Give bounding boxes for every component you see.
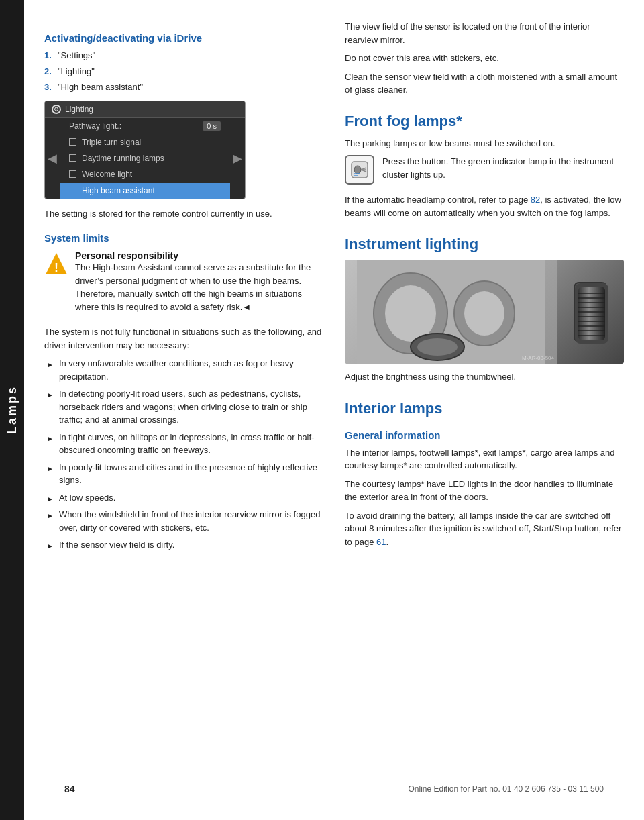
sensor-text2: Do not cover this area with stickers, et… [345, 52, 624, 65]
list-item: ► If the sensor view field is dirty. [44, 538, 323, 552]
system-limits-heading: System limits [44, 232, 323, 244]
two-column-layout: Activating/deactivating via iDrive 1. "S… [44, 20, 624, 778]
idrive-title-bar: ⚙ Lighting [45, 101, 245, 118]
general-info-heading: General information [345, 429, 624, 441]
general-info-text1: The interior lamps, footwell lamps*, exi… [345, 446, 624, 472]
idrive-title: Lighting [65, 105, 93, 114]
idrive-inner: ◀ Pathway light.: 0 s Triple turn signal [45, 118, 245, 199]
steps-list: 1. "Settings" 2. "Lighting" 3. "High bea… [44, 49, 323, 94]
instrument-image: M-AR-08-504 [345, 260, 624, 364]
general-info-text3: To avoid draining the battery, all lamps… [345, 509, 624, 549]
list-item: ► When the windshield in front of the in… [44, 508, 323, 534]
main-content: Activating/deactivating via iDrive 1. "S… [24, 0, 644, 820]
front-fog-press-text: Press the button. The green indicator la… [382, 155, 624, 181]
svg-text:!: ! [54, 261, 58, 274]
front-fog-text2: If the automatic headlamp control, refer… [345, 193, 624, 219]
instrument-left: M-AR-08-504 [345, 260, 557, 364]
checkbox-highbeam [69, 187, 76, 194]
bullet-arrow: ► [47, 494, 54, 505]
svg-point-3 [354, 166, 361, 174]
idrive-item-highbeam: High beam assistant [60, 183, 230, 199]
page-number: 84 [64, 784, 75, 795]
bullet-arrow: ► [47, 433, 54, 457]
sidebar-tab: Lamps [0, 0, 24, 820]
svg-point-15 [417, 338, 458, 356]
checkbox-triple [69, 138, 76, 146]
list-item: ► In tight curves, on hilltops or in dep… [44, 431, 323, 457]
warning-text: The High-beam Assistant cannot serve as … [75, 261, 323, 313]
idrive-item-triple: Triple turn signal [60, 134, 230, 150]
svg-point-13 [464, 291, 504, 336]
idrive-item-pathway: Pathway light.: 0 s [60, 118, 230, 134]
idrive-item-welcome: Welcome light [60, 166, 230, 183]
settings-icon: ⚙ [52, 105, 61, 114]
list-item: 3. "High beam assistant" [44, 81, 323, 94]
general-info-text2: The courtesy lamps* have LED lights in t… [345, 478, 624, 504]
checkbox-daytime [69, 154, 76, 162]
instrument-img-inner: M-AR-08-504 [345, 260, 624, 364]
right-column: The view field of the sensor is located … [345, 20, 624, 778]
bullet-arrow: ► [47, 360, 54, 383]
idrive-item-daytime: Daytime running lamps [60, 150, 230, 166]
bullet-arrow: ► [47, 464, 54, 487]
list-item: ► In poorly-lit towns and cities and in … [44, 461, 323, 487]
warning-heading: Personal responsibility [75, 250, 178, 261]
page-footer: 84 Online Edition for Part no. 01 40 2 6… [44, 778, 624, 800]
instrument-right [557, 260, 624, 364]
bullet-arrow: ► [47, 541, 54, 552]
idrive-right-arrow[interactable]: ▶ [230, 118, 245, 199]
svg-rect-17 [578, 287, 605, 340]
fog-icon-wrap: Press the button. The green indicator la… [345, 155, 624, 187]
idrive-content: Pathway light.: 0 s Triple turn signal [60, 118, 230, 199]
checkbox-welcome [69, 170, 76, 178]
bullet-arrow: ► [47, 511, 54, 534]
warning-box: ! Personal responsibility The High-beam … [44, 250, 323, 319]
list-item: 1. "Settings" [44, 49, 323, 62]
left-column: Activating/deactivating via iDrive 1. "S… [44, 20, 323, 778]
instrument-heading: Instrument lighting [345, 236, 624, 253]
stored-setting-text: The setting is stored for the remote con… [44, 207, 323, 221]
instrument-text: Adjust the brightness using the thumbwhe… [345, 370, 624, 384]
interior-heading: Interior lamps [345, 400, 624, 417]
system-text1: The system is not fully functional in si… [44, 325, 323, 352]
page-ref-61[interactable]: 61 [376, 537, 386, 547]
sensor-text3: Clean the sensor view field with a cloth… [345, 70, 624, 97]
idrive-screenshot: ⚙ Lighting ◀ Pathway light.: 0 s [44, 101, 246, 199]
front-fog-text1: The parking lamps or low beams must be s… [345, 137, 624, 150]
list-item: ► In very unfavorable weather conditions… [44, 357, 323, 383]
activating-heading: Activating/deactivating via iDrive [44, 32, 323, 44]
sidebar-label: Lamps [5, 385, 19, 434]
bullet-arrow: ► [47, 390, 54, 427]
thumbwheel [574, 282, 607, 342]
list-item: ► In detecting poorly-lit road users, su… [44, 387, 323, 427]
idrive-left-arrow[interactable]: ◀ [45, 118, 60, 199]
list-item: ► At low speeds. [44, 491, 323, 505]
warning-triangle-icon: ! [44, 252, 68, 276]
warning-content: Personal responsibility The High-beam As… [75, 250, 323, 319]
sensor-text1: The view field of the sensor is located … [345, 20, 624, 46]
edition-text: Online Edition for Part no. 01 40 2 606 … [408, 784, 604, 794]
fog-button-icon [345, 155, 374, 185]
bullet-list: ► In very unfavorable weather conditions… [44, 357, 323, 552]
page-ref-82[interactable]: 82 [531, 195, 540, 205]
watermark: M-AR-08-504 [522, 355, 554, 361]
front-fog-heading: Front fog lamps* [345, 113, 624, 130]
list-item: 2. "Lighting" [44, 65, 323, 79]
svg-point-11 [385, 285, 436, 342]
